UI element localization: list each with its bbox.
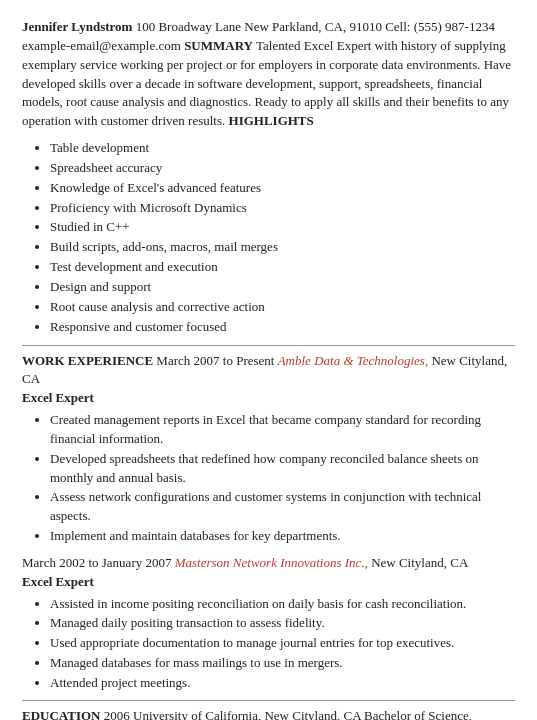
list-item: Attended project meetings. — [50, 674, 515, 693]
list-item: Assess network configurations and custom… — [50, 488, 515, 526]
education-year: 2006 — [104, 708, 130, 720]
list-item: Proficiency with Microsoft Dynamics — [50, 199, 515, 218]
list-item: Developed spreadsheets that redefined ho… — [50, 450, 515, 488]
section-divider — [22, 345, 515, 346]
candidate-address: 100 Broadway Lane New Parkland, CA, 9101… — [136, 19, 382, 34]
job2-date-range: March 2002 to January 2007 — [22, 555, 171, 570]
list-item: Implement and maintain databases for key… — [50, 527, 515, 546]
list-item: Assisted in income positing reconciliati… — [50, 595, 515, 614]
job2-bullets: Assisted in income positing reconciliati… — [50, 595, 515, 693]
list-item: Table development — [50, 139, 515, 158]
list-item: Design and support — [50, 278, 515, 297]
job2-location: New Cityland, CA — [371, 555, 468, 570]
education-institution: University of California — [133, 708, 258, 720]
section-divider-2 — [22, 700, 515, 701]
education-degree: Bachelor of Science, — [364, 708, 472, 720]
list-item: Test development and execution — [50, 258, 515, 277]
candidate-email: example-email@example.com — [22, 38, 181, 53]
list-item: Used appropriate documentation to manage… — [50, 634, 515, 653]
work-experience-2-section: March 2002 to January 2007 Masterson Net… — [22, 554, 515, 693]
work-experience-label: WORK EXPERIENCE — [22, 353, 153, 368]
list-item: Managed databases for mass mailings to u… — [50, 654, 515, 673]
list-item: Studied in C++ — [50, 218, 515, 237]
highlights-label: HIGHLIGHTS — [229, 113, 314, 128]
job1-date-range: March 2007 to Present — [156, 353, 274, 368]
education-location: New Cityland, CA — [264, 708, 360, 720]
list-item: Spreadsheet accuracy — [50, 159, 515, 178]
job2-title: Excel Expert — [22, 574, 94, 589]
list-item: Build scripts, add-ons, macros, mail mer… — [50, 238, 515, 257]
highlights-section: Table development Spreadsheet accuracy K… — [22, 139, 515, 336]
candidate-cell: Cell: (555) 987-1234 — [385, 19, 495, 34]
job2-intro: March 2002 to January 2007 Masterson Net… — [22, 554, 515, 592]
highlights-list: Table development Spreadsheet accuracy K… — [50, 139, 515, 336]
list-item: Managed daily positing transaction to as… — [50, 614, 515, 633]
list-item: Knowledge of Excel's advanced features — [50, 179, 515, 198]
job1-bullets: Created management reports in Excel that… — [50, 411, 515, 546]
education-section: EDUCATION 2006 University of California,… — [22, 707, 515, 720]
education-label: EDUCATION — [22, 708, 101, 720]
job1-title: Excel Expert — [22, 390, 94, 405]
list-item: Created management reports in Excel that… — [50, 411, 515, 449]
job1-company: Amble Data & Technologies — [278, 353, 425, 368]
work-experience-section: WORK EXPERIENCE March 2007 to Present Am… — [22, 352, 515, 546]
work-experience-intro: WORK EXPERIENCE March 2007 to Present Am… — [22, 352, 515, 409]
list-item: Responsive and customer focused — [50, 318, 515, 337]
candidate-name: Jennifer Lyndstrom — [22, 19, 132, 34]
summary-label: SUMMARY — [184, 38, 253, 53]
list-item: Root cause analysis and corrective actio… — [50, 298, 515, 317]
job2-company: Masterson Network Innovations Inc. — [175, 555, 365, 570]
resume-header: Jennifer Lyndstrom 100 Broadway Lane New… — [22, 18, 515, 131]
